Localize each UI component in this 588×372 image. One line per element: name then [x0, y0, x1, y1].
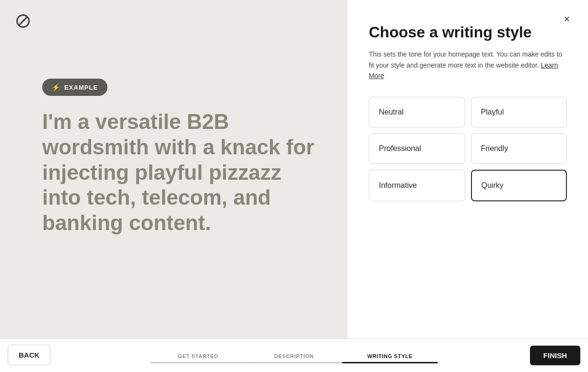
- back-button[interactable]: BACK: [8, 345, 50, 365]
- style-options-grid: Neutral Playful Professional Friendly In…: [369, 97, 567, 201]
- example-badge: ⚡ EXAMPLE: [42, 79, 107, 96]
- style-option-professional[interactable]: Professional: [369, 133, 465, 164]
- style-option-quirky[interactable]: Quirky: [471, 170, 567, 201]
- step-writing-style-label: WRITING STYLE: [367, 353, 413, 359]
- style-option-informative[interactable]: Informative: [369, 170, 465, 201]
- step-get-started: GET STARTED: [150, 353, 246, 372]
- description-text: This sets the tone for your homepage tex…: [369, 50, 562, 69]
- step-description: DESCRIPTION: [246, 353, 342, 372]
- close-button[interactable]: ×: [559, 12, 575, 27]
- bolt-icon: ⚡: [52, 83, 60, 91]
- logo: [13, 12, 33, 31]
- step-description-label: DESCRIPTION: [274, 353, 314, 359]
- style-option-playful[interactable]: Playful: [471, 97, 567, 128]
- preview-panel: ⚡ EXAMPLE I'm a versatile B2B wordsmith …: [0, 0, 348, 372]
- step-get-started-bar: [150, 362, 246, 363]
- example-label: EXAMPLE: [64, 84, 98, 91]
- step-writing-style-bar: [342, 362, 438, 363]
- hero-text: I'm a versatile B2B wordsmith with a kna…: [42, 109, 319, 236]
- bottom-bar: BACK GET STARTED DESCRIPTION WRITING STY…: [0, 338, 588, 372]
- right-panel: × Choose a writing style This sets the t…: [348, 0, 588, 372]
- style-option-neutral[interactable]: Neutral: [369, 97, 465, 128]
- step-description-bar: [246, 362, 342, 363]
- panel-title: Choose a writing style: [369, 23, 567, 41]
- finish-button[interactable]: FINISH: [530, 346, 580, 365]
- panel-description: This sets the tone for your homepage tex…: [369, 49, 567, 81]
- step-get-started-label: GET STARTED: [178, 353, 218, 359]
- style-option-friendly[interactable]: Friendly: [471, 133, 567, 164]
- progress-steps: GET STARTED DESCRIPTION WRITING STYLE: [150, 353, 438, 372]
- step-writing-style: WRITING STYLE: [342, 353, 438, 372]
